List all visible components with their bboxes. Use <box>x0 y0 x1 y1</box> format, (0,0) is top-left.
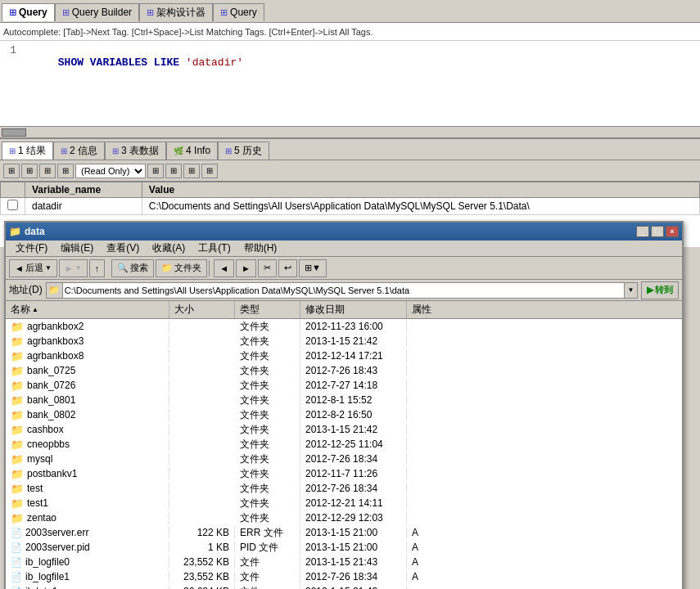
tab-results[interactable]: ⊞ 1 结果 <box>2 142 53 160</box>
file-name: bank_0801 <box>27 394 75 406</box>
scrollbar-thumb[interactable] <box>2 128 26 137</box>
read-only-dropdown[interactable]: (Read Only) <box>75 164 146 178</box>
list-item[interactable]: 📁test 文件夹 2012-7-26 18:34 <box>6 481 682 496</box>
file-type: 文件夹 <box>235 379 300 393</box>
toolbar-nav1[interactable]: ◄ <box>214 259 234 277</box>
tab-query2[interactable]: ⊞ Query <box>213 3 264 21</box>
menu-edit[interactable]: 编辑(E) <box>54 241 100 256</box>
tab-history[interactable]: ⊞ 5 历史 <box>218 142 269 160</box>
row-checkbox[interactable] <box>7 200 18 210</box>
list-item[interactable]: 📄2003server.pid 1 KB PID 文件 2013-1-15 21… <box>6 540 682 555</box>
address-input-wrap: 📁 ▼ <box>46 282 638 299</box>
tab-schema-designer[interactable]: ⊞ 架构设计器 <box>139 3 213 21</box>
toolbar-undo[interactable]: ↩ <box>278 259 297 277</box>
col-header-modified[interactable]: 修改日期 <box>300 301 407 318</box>
query-tab-icon: ⊞ <box>9 7 16 18</box>
folder-icon: 📁 <box>11 365 24 377</box>
back-icon: ◄ <box>15 263 24 273</box>
explorer-toolbar: ◄ 后退 ▼ ► ▼ ↑ 🔍 搜索 📁 文件夹 ◄ ► ✂ ↩ ⊞▼ <box>6 257 682 280</box>
toolbar-cut[interactable]: ✂ <box>258 259 277 277</box>
tab-info4[interactable]: 🌿 4 Info <box>166 142 218 160</box>
go-button[interactable]: ▶ 转到 <box>641 281 679 299</box>
menu-tools[interactable]: 工具(T) <box>192 241 237 256</box>
tab-table-data[interactable]: ⊞ 3 表数据 <box>105 142 166 160</box>
list-item[interactable]: 📁bank_0726 文件夹 2012-7-27 14:18 <box>6 378 682 393</box>
toolbar-views[interactable]: ⊞▼ <box>299 259 327 277</box>
file-type: PID 文件 <box>235 541 300 555</box>
maximize-button[interactable]: □ <box>651 226 664 237</box>
line-numbers: 1 <box>3 44 20 123</box>
folder-icon: 📁 <box>11 335 24 348</box>
address-bar: 地址(D) 📁 ▼ ▶ 转到 <box>6 280 682 301</box>
list-item[interactable]: 📁zentao 文件夹 2012-12-29 12:03 <box>6 510 682 525</box>
search-button[interactable]: 🔍 搜索 <box>111 259 154 277</box>
file-name-cell: 📁cashbox <box>6 424 169 436</box>
toolbar-btn-3[interactable]: ⊞ <box>39 164 56 178</box>
toolbar-btn-1[interactable]: ⊞ <box>3 164 20 178</box>
list-item[interactable]: 📁bank_0725 文件夹 2012-7-26 18:43 <box>6 363 682 378</box>
address-dropdown[interactable]: ▼ <box>625 282 638 299</box>
menu-view[interactable]: 查看(V) <box>100 241 146 256</box>
list-item[interactable]: 📄ib_logfile1 23,552 KB 文件 2012-7-26 18:3… <box>6 569 682 584</box>
query-editor: 1 SHOW VARIABLES LIKE 'datadir' <box>0 41 700 139</box>
folders-button[interactable]: 📁 文件夹 <box>156 259 207 277</box>
col-header-attr[interactable]: 属性 <box>407 301 456 318</box>
list-item[interactable]: 📁bank_0802 文件夹 2012-8-2 16:50 <box>6 407 682 422</box>
menu-file[interactable]: 文件(F) <box>9 241 54 256</box>
list-item[interactable]: 📁bank_0801 文件夹 2012-8-1 15:52 <box>6 393 682 407</box>
list-item[interactable]: 📁mysql 文件夹 2012-7-26 18:34 <box>6 452 682 466</box>
toolbar-nav2[interactable]: ► <box>236 259 256 277</box>
list-item[interactable]: 📁cneopbbs 文件夹 2012-12-25 11:04 <box>6 437 682 452</box>
col-header-size[interactable]: 大小 <box>169 301 235 318</box>
table-row[interactable]: datadir C:\Documents and Settings\All Us… <box>1 198 700 215</box>
close-button[interactable]: × <box>666 226 679 237</box>
file-name-cell: 📁test1 <box>6 497 169 510</box>
folder-icon: 📁 <box>11 453 24 465</box>
query-horizontal-scrollbar[interactable] <box>0 126 700 137</box>
tab-query[interactable]: ⊞ Query <box>2 3 55 21</box>
list-item[interactable]: 📁agrbankbox2 文件夹 2012-11-23 16:00 <box>6 319 682 334</box>
file-modified: 2012-11-23 16:00 <box>300 321 407 332</box>
file-modified: 2012-12-14 17:21 <box>300 350 407 362</box>
query-text-area[interactable]: SHOW VARIABLES LIKE 'datadir' <box>20 44 697 123</box>
file-modified: 2012-12-21 14:11 <box>300 497 407 509</box>
list-item[interactable]: 📁agrbankbox3 文件夹 2013-1-15 21:42 <box>6 334 682 348</box>
toolbar-btn-6[interactable]: ⊞ <box>165 164 182 178</box>
col-header-name[interactable]: 名称 ▲ <box>6 301 169 318</box>
forward-dropdown-icon: ▼ <box>75 264 82 272</box>
list-item[interactable]: 📄ib_logfile0 23,552 KB 文件 2013-1-15 21:4… <box>6 555 682 569</box>
toolbar-btn-2[interactable]: ⊞ <box>21 164 38 178</box>
tab-info[interactable]: ⊞ 2 信息 <box>53 142 105 160</box>
address-folder-icon: 📁 <box>46 282 62 299</box>
toolbar-btn-4[interactable]: ⊞ <box>57 164 74 178</box>
list-item[interactable]: 📄2003server.err 122 KB ERR 文件 2013-1-15 … <box>6 525 682 540</box>
file-type: 文件夹 <box>235 423 300 437</box>
menu-help[interactable]: 帮助(H) <box>237 241 284 256</box>
list-item[interactable]: 📁agrbankbox8 文件夹 2012-12-14 17:21 <box>6 348 682 363</box>
list-item[interactable]: 📁test1 文件夹 2012-12-21 14:11 <box>6 496 682 510</box>
menu-favorites[interactable]: 收藏(A) <box>146 241 192 256</box>
col-header-type[interactable]: 类型 <box>235 301 300 318</box>
file-type: 文件夹 <box>235 438 300 452</box>
file-name-cell: 📁bank_0802 <box>6 409 169 421</box>
folder-icon: 📁 <box>11 321 24 333</box>
tab-query-label: Query <box>19 7 47 18</box>
file-name-cell: 📁mysql <box>6 453 169 465</box>
toolbar-btn-7[interactable]: ⊞ <box>183 164 200 178</box>
forward-button[interactable]: ► ▼ <box>59 259 88 277</box>
list-item[interactable]: 📁postbankv1 文件夹 2012-11-7 11:26 <box>6 466 682 481</box>
minimize-button[interactable]: _ <box>636 226 649 237</box>
file-type: 文件夹 <box>235 408 300 422</box>
toolbar-btn-5[interactable]: ⊞ <box>147 164 164 178</box>
toolbar-btn-8[interactable]: ⊞ <box>201 164 218 178</box>
tab-query-builder[interactable]: ⊞ Query Builder <box>55 3 139 21</box>
file-type: 文件夹 <box>235 335 300 348</box>
up-button[interactable]: ↑ <box>89 259 106 277</box>
list-item[interactable]: 📁cashbox 文件夹 2013-1-15 21:42 <box>6 422 682 437</box>
back-button[interactable]: ◄ 后退 ▼ <box>9 259 57 277</box>
file-size: 23,552 KB <box>169 571 235 582</box>
list-item[interactable]: 📄ibdata1 26,624 KB 文件 2013-1-15 21:43 <box>6 584 682 589</box>
tab-results-label: 1 结果 <box>18 144 46 158</box>
file-name-cell: 📁test <box>6 483 169 495</box>
address-input[interactable] <box>62 282 625 299</box>
